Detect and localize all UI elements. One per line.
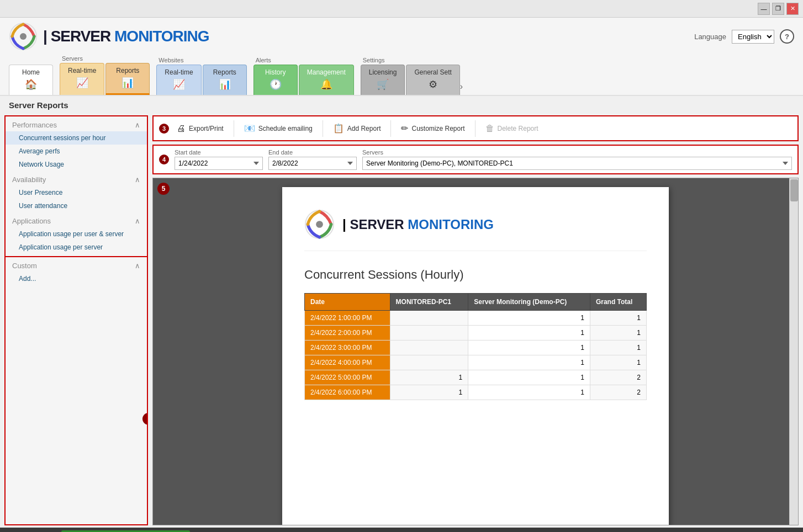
language-label: Language xyxy=(694,33,726,41)
restore-button[interactable]: ❐ xyxy=(772,3,784,15)
websites-group-label: Websites xyxy=(156,57,183,63)
websites-reports-icon: 📊 xyxy=(219,78,231,91)
start-date-field: Start date 1/24/2022 xyxy=(175,149,263,170)
report-preview: 5 | SERVER MONITORING xyxy=(152,178,799,525)
table-cell-date: 2/4/2022 5:00:00 PM xyxy=(305,370,390,385)
toolbar-sep-3 xyxy=(390,120,391,137)
close-button[interactable]: ✕ xyxy=(786,3,799,15)
report-title: Concurrent Sessions (Hourly) xyxy=(304,268,647,282)
app-logo-icon xyxy=(9,22,38,51)
edit-icon: ✏ xyxy=(401,123,408,134)
table-cell-grand-total: 1 xyxy=(590,341,646,355)
alerts-group-label: Alerts xyxy=(253,57,271,63)
table-row: 2/4/2022 5:00:00 PM112 xyxy=(305,370,647,385)
add-report-button[interactable]: 📋 Add Report xyxy=(327,120,387,137)
badge-4: 4 xyxy=(159,155,169,164)
sidebar-custom-section: Custom ∧ Add... xyxy=(6,256,147,524)
sidebar-item-user-attendance[interactable]: User attendance xyxy=(6,199,147,212)
custom-collapse-icon[interactable]: ∧ xyxy=(135,262,140,270)
header-top: | SERVER MONITORING Language English ? xyxy=(9,22,794,55)
report-logo-text: | SERVER MONITORING xyxy=(342,217,494,232)
scrollbar[interactable] xyxy=(789,178,798,525)
table-cell-date: 2/4/2022 1:00:00 PM xyxy=(305,311,390,326)
sidebar-availability-header: Availability ∧ xyxy=(6,171,147,186)
svg-point-3 xyxy=(316,221,323,228)
help-button[interactable]: ? xyxy=(780,29,794,44)
main-content: Server Reports Performances ∧ Concurrent… xyxy=(0,96,803,528)
toolbar-sep-4 xyxy=(475,120,476,137)
tab-settings-general[interactable]: General Sett ⚙ xyxy=(406,65,459,95)
logo-area: | SERVER MONITORING xyxy=(9,22,209,51)
tab-alerts-management[interactable]: Management 🔔 xyxy=(299,65,354,95)
sidebar-performances-header: Performances ∧ xyxy=(6,116,147,131)
sidebar-add-custom[interactable]: Add... xyxy=(6,272,147,285)
servers-group-label: Servers xyxy=(60,55,83,62)
col-header-grand-total: Grand Total xyxy=(590,294,646,311)
nav-tabs-area: Home 🏠 Servers Real-time 📈 Reports 📊 Web… xyxy=(9,55,794,95)
col-header-date: Date xyxy=(305,294,390,311)
schedule-emailing-button[interactable]: 📧 Schedule emailing xyxy=(239,120,318,137)
servers-select[interactable]: Server Monitoring (Demo-PC), MONITORED-P… xyxy=(362,157,792,170)
report-logo-area: | SERVER MONITORING xyxy=(304,209,647,251)
svg-point-1 xyxy=(20,33,27,40)
table-cell-grand-total: 1 xyxy=(590,355,646,370)
servers-realtime-icon: 📈 xyxy=(76,77,88,89)
sidebar-item-user-presence[interactable]: User Presence xyxy=(6,186,147,199)
table-row: 2/4/2022 6:00:00 PM112 xyxy=(305,385,647,400)
sidebar-item-network-usage[interactable]: Network Usage xyxy=(6,158,147,171)
export-print-button[interactable]: 🖨 Export/Print xyxy=(171,120,229,137)
header-right: Language English ? xyxy=(694,29,794,44)
table-cell-demo-pc: 1 xyxy=(468,370,590,385)
table-cell-monitored-pc1: 1 xyxy=(390,385,468,400)
table-cell-demo-pc: 1 xyxy=(468,355,590,370)
add-report-icon: 📋 xyxy=(333,123,344,134)
table-row: 2/4/2022 3:00:00 PM11 xyxy=(305,341,647,355)
sidebar-item-app-usage-user-server[interactable]: Application usage per user & server xyxy=(6,227,147,241)
table-cell-monitored-pc1 xyxy=(390,311,468,326)
print-icon: 🖨 xyxy=(177,124,186,134)
tab-servers-realtime[interactable]: Real-time 📈 xyxy=(60,63,104,95)
table-cell-monitored-pc1 xyxy=(390,326,468,341)
end-date-select[interactable]: 2/8/2022 xyxy=(268,157,357,170)
badge-5: 5 xyxy=(157,183,170,195)
customize-report-button[interactable]: ✏ Customize Report xyxy=(395,120,470,137)
sidebar-item-average-perfs[interactable]: Average perfs xyxy=(6,145,147,158)
availability-collapse-icon[interactable]: ∧ xyxy=(135,175,140,184)
licensing-icon: 🛒 xyxy=(377,78,389,91)
sidebar-applications-header: Applications ∧ xyxy=(6,212,147,227)
col-header-demo-pc: Server Monitoring (Demo-PC) xyxy=(468,294,590,311)
start-date-select[interactable]: 1/24/2022 xyxy=(175,157,263,170)
settings-group-label: Settings xyxy=(361,57,385,63)
report-page: | SERVER MONITORING Concurrent Sessions … xyxy=(282,187,669,525)
scroll-thumb[interactable] xyxy=(790,179,798,201)
table-cell-grand-total: 1 xyxy=(590,326,646,341)
logo-text: | SERVER MONITORING xyxy=(43,28,209,45)
nav-more-button[interactable]: › xyxy=(460,82,463,92)
minimize-button[interactable]: — xyxy=(758,3,770,15)
delete-report-button[interactable]: 🗑 Delete Report xyxy=(480,120,544,137)
table-cell-date: 2/4/2022 6:00:00 PM xyxy=(305,385,390,400)
sidebar: Performances ∧ Concurrent sessions per h… xyxy=(4,115,148,525)
sidebar-item-concurrent-sessions[interactable]: Concurrent sessions per hour xyxy=(6,131,147,145)
language-select[interactable]: English xyxy=(732,30,774,44)
window-controls: — ❐ ✕ xyxy=(758,3,799,15)
table-row: 2/4/2022 2:00:00 PM11 xyxy=(305,326,647,341)
header: | SERVER MONITORING Language English ? H… xyxy=(0,18,803,96)
sidebar-item-app-usage-server[interactable]: Application usage per server xyxy=(6,241,147,254)
general-settings-icon: ⚙ xyxy=(429,78,437,91)
table-cell-monitored-pc1 xyxy=(390,355,468,370)
end-date-field: End date 2/8/2022 xyxy=(268,149,357,170)
performances-collapse-icon[interactable]: ∧ xyxy=(135,121,140,129)
toolbar: 3 🖨 Export/Print 📧 Schedule emailing 📋 A… xyxy=(152,115,799,141)
alerts-management-icon: 🔔 xyxy=(320,78,332,91)
tab-alerts-history[interactable]: History 🕐 xyxy=(253,65,298,95)
sidebar-custom-header: Custom ∧ xyxy=(6,257,147,272)
tab-settings-licensing[interactable]: Licensing 🛒 xyxy=(361,65,405,95)
tab-websites-realtime[interactable]: Real-time 📈 xyxy=(156,65,201,95)
tab-home[interactable]: Home 🏠 xyxy=(9,65,53,95)
websites-realtime-icon: 📈 xyxy=(173,78,185,91)
tab-websites-reports[interactable]: Reports 📊 xyxy=(203,65,247,95)
table-cell-demo-pc: 1 xyxy=(468,385,590,400)
tab-servers-reports[interactable]: Reports 📊 xyxy=(105,63,150,95)
applications-collapse-icon[interactable]: ∧ xyxy=(135,217,140,225)
